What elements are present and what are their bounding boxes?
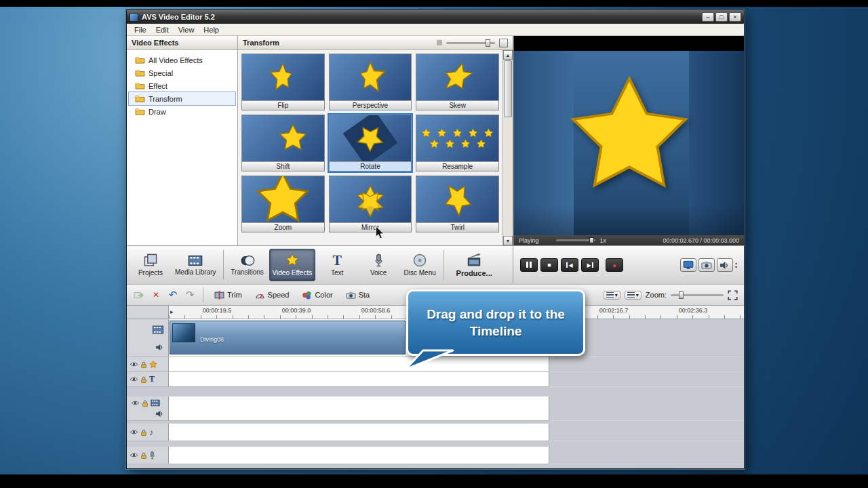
pause-button[interactable]: [520, 258, 538, 272]
track-overflow-area: [549, 396, 744, 421]
playback-speed[interactable]: 1x: [600, 237, 607, 244]
timeline-clip[interactable]: Diving08: [170, 321, 406, 354]
text-track[interactable]: [169, 372, 549, 387]
next-icon: ▶: [587, 262, 591, 268]
speaker-icon[interactable]: [155, 344, 164, 351]
timeline-zoom-thumb[interactable]: [679, 291, 684, 299]
titlebar[interactable]: AVS Video Editor 5.2 – □ ×: [127, 10, 744, 24]
track-options-button[interactable]: ▾: [604, 291, 620, 300]
effect-zoom[interactable]: Zoom: [241, 176, 325, 232]
eye-icon[interactable]: [130, 429, 138, 435]
clip-thumbnail: [172, 323, 195, 342]
eye-icon[interactable]: [130, 361, 138, 367]
export-button[interactable]: [133, 289, 145, 301]
overlay-track[interactable]: [169, 396, 549, 421]
lock-icon[interactable]: [140, 451, 147, 460]
maximize-button[interactable]: □: [715, 12, 728, 22]
lock-icon[interactable]: [140, 361, 147, 369]
next-frame-button[interactable]: ▶: [581, 258, 599, 272]
toolbar-separator: [443, 250, 444, 280]
fit-timeline-icon[interactable]: [728, 290, 738, 300]
timeline-zoom-slider[interactable]: [671, 294, 724, 296]
media-library-button[interactable]: Media Library: [172, 249, 219, 281]
stabilize-button[interactable]: Sta: [342, 289, 374, 301]
menu-edit[interactable]: Edit: [152, 25, 173, 35]
voice-track[interactable]: [169, 447, 549, 464]
effect-rotate[interactable]: Rotate: [329, 115, 412, 171]
trim-icon: [214, 291, 224, 300]
text-button[interactable]: T Text: [317, 249, 357, 281]
menu-file[interactable]: File: [130, 25, 151, 35]
effects-panel-title: Video Effects: [132, 39, 179, 47]
callout-tail: [401, 349, 458, 372]
eye-icon[interactable]: [130, 452, 138, 458]
seek-slider-thumb[interactable]: [589, 237, 594, 243]
scroll-up-icon[interactable]: ▲: [503, 50, 513, 60]
effect-resample[interactable]: Resample: [416, 115, 499, 171]
lock-icon[interactable]: [142, 399, 149, 407]
volume-stepper[interactable]: ▴ ▾: [735, 261, 737, 269]
tree-item-transform[interactable]: Transform: [129, 92, 235, 105]
effect-flip[interactable]: Flip: [241, 54, 325, 110]
tree-item-effect[interactable]: Effect: [129, 79, 235, 92]
toolbar-separator: [203, 287, 203, 302]
star-icon: [359, 56, 388, 99]
effect-track[interactable]: [169, 357, 549, 372]
eye-icon[interactable]: [131, 400, 140, 406]
effect-shift[interactable]: Shift: [241, 115, 325, 171]
video-effects-button[interactable]: Video Effects: [269, 249, 316, 281]
playhead-marker-icon[interactable]: ▸: [170, 308, 174, 315]
lock-icon[interactable]: [140, 375, 147, 384]
disc-menu-button[interactable]: Disc Menu: [400, 249, 439, 281]
menu-help[interactable]: Help: [199, 25, 223, 35]
audio-track[interactable]: [169, 424, 549, 441]
filmstrip-icon[interactable]: [152, 325, 164, 334]
spin-down-icon[interactable]: ▾: [735, 265, 737, 269]
effects-grid-title: Transform: [243, 39, 279, 47]
mute-button[interactable]: [717, 258, 733, 272]
close-button[interactable]: ×: [729, 12, 741, 22]
star-icon: [476, 139, 486, 149]
effect-skew[interactable]: Skew: [416, 54, 499, 110]
track-manager-button[interactable]: ▾: [625, 291, 642, 300]
effects-scrollbar[interactable]: ▲ ▼: [502, 50, 513, 245]
speed-button[interactable]: Speed: [251, 289, 294, 301]
ruler-label: 00:00:39.0: [282, 307, 311, 314]
menu-view[interactable]: View: [174, 25, 199, 35]
thumbnail-size-slider-thumb[interactable]: [486, 39, 490, 47]
eye-icon[interactable]: [130, 376, 138, 382]
effect-twirl[interactable]: Twirl: [416, 176, 499, 232]
scrollbar-track[interactable]: [503, 60, 513, 236]
produce-button[interactable]: Produce...: [448, 249, 500, 281]
projects-button[interactable]: Projects: [131, 249, 170, 281]
voice-button[interactable]: Voice: [359, 249, 398, 281]
record-button[interactable]: ●: [606, 258, 623, 272]
scrollbar-thumb[interactable]: [504, 60, 512, 117]
tree-item-all-video-effects[interactable]: All Video Effects: [129, 54, 235, 66]
main-toolbar-row: Projects Media Library Transitions Video…: [127, 245, 744, 284]
color-button[interactable]: Color: [298, 289, 336, 301]
view-mode-button[interactable]: [499, 39, 508, 47]
effect-perspective[interactable]: Perspective: [329, 54, 412, 110]
delete-button[interactable]: ✕: [150, 289, 162, 301]
star-icon: [460, 139, 471, 149]
minimize-button[interactable]: –: [702, 12, 714, 22]
redo-button[interactable]: ↷: [184, 289, 196, 301]
snapshot-button[interactable]: [698, 258, 715, 272]
lock-icon[interactable]: [140, 428, 147, 436]
stop-button[interactable]: ■: [540, 258, 558, 272]
tree-item-draw[interactable]: Draw: [129, 105, 235, 118]
thumbnail-size-slider[interactable]: [446, 42, 495, 44]
transitions-button[interactable]: Transitions: [228, 249, 267, 281]
track-overflow-area: [549, 424, 744, 441]
undo-button[interactable]: ↶: [167, 289, 179, 301]
effect-mirror[interactable]: Mirror: [329, 176, 412, 232]
speaker-icon[interactable]: [155, 410, 164, 418]
star-icon: [278, 123, 308, 153]
tree-item-special[interactable]: Special: [129, 66, 235, 79]
scroll-down-icon[interactable]: ▼: [503, 236, 513, 245]
trim-button[interactable]: Trim: [210, 289, 246, 301]
previous-frame-button[interactable]: ◀: [561, 258, 578, 272]
seek-slider[interactable]: [556, 239, 595, 241]
display-settings-button[interactable]: [680, 258, 696, 272]
